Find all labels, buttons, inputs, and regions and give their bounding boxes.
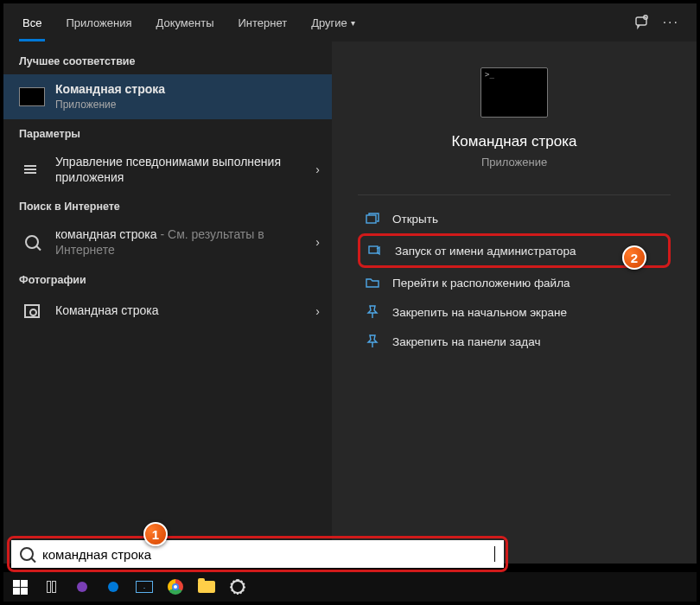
admin-icon (367, 244, 383, 258)
taskbar-app-1[interactable] (71, 576, 93, 598)
annotation-badge-2: 2 (622, 245, 646, 270)
taskbar-settings[interactable] (226, 576, 249, 598)
result-title: Командная строка (55, 81, 320, 97)
cmd-icon (19, 87, 45, 106)
tab-all[interactable]: Все (10, 3, 54, 41)
section-settings: Параметры (3, 119, 332, 147)
chevron-right-icon: › (315, 162, 320, 176)
more-icon[interactable]: ··· (663, 15, 679, 30)
preview-subtitle: Приложение (481, 156, 547, 169)
open-icon (365, 212, 380, 226)
results-column: Лучшее соответствие Командная строка При… (3, 41, 332, 564)
circle-icon (108, 582, 118, 592)
taskbar-explorer[interactable] (195, 576, 218, 598)
filter-tabs: Все Приложения Документы Интернет Другие… (3, 3, 697, 41)
chrome-icon (168, 579, 183, 595)
section-photos: Фотографии (3, 265, 332, 293)
tab-apps[interactable]: Приложения (54, 3, 143, 41)
search-icon (20, 547, 34, 561)
task-view-button[interactable] (40, 576, 62, 598)
svg-rect-3 (369, 246, 378, 253)
chevron-right-icon: › (315, 235, 320, 249)
svg-rect-2 (366, 215, 376, 223)
app-large-icon (480, 67, 548, 118)
action-pin-start[interactable]: Закрепить на начальном экране (358, 297, 671, 327)
folder-icon (198, 581, 215, 593)
chevron-right-icon: › (315, 304, 320, 318)
taskbar-chrome[interactable] (164, 576, 187, 598)
task-view-icon (47, 581, 56, 593)
gear-icon (231, 580, 245, 594)
preview-pane: Командная строка Приложение Открыть Запу… (332, 41, 697, 564)
circle-icon (77, 582, 87, 592)
search-input[interactable] (42, 547, 494, 562)
search-icon (25, 235, 39, 249)
result-photo[interactable]: Командная строка › (3, 293, 332, 329)
tab-documents[interactable]: Документы (143, 3, 226, 41)
result-best-match[interactable]: Командная строка Приложение (3, 74, 332, 119)
folder-location-icon (365, 276, 380, 290)
windows-icon (13, 580, 28, 595)
search-panel: Все Приложения Документы Интернет Другие… (3, 3, 697, 564)
action-open-location[interactable]: Перейти к расположению файла (358, 268, 671, 297)
result-alias-setting[interactable]: Управление псевдонимами выполнения прило… (3, 147, 332, 192)
mail-icon (136, 581, 153, 593)
annotation-badge-1: 1 (143, 522, 168, 546)
action-open[interactable]: Открыть (358, 204, 671, 233)
result-subtitle: Приложение (55, 99, 320, 112)
chevron-down-icon: ▾ (351, 18, 355, 28)
taskbar-mail[interactable] (133, 576, 156, 598)
pin-start-icon (365, 305, 380, 319)
pin-taskbar-icon (365, 334, 380, 348)
tab-more[interactable]: Другие▾ (299, 3, 367, 41)
search-box-callout (7, 536, 508, 572)
photo-icon (24, 304, 40, 318)
taskbar (3, 572, 697, 602)
start-button[interactable] (9, 576, 31, 598)
tab-web[interactable]: Интернет (226, 3, 299, 41)
taskbar-app-2[interactable] (102, 576, 124, 598)
result-web-search[interactable]: командная строка - См. результаты в Инте… (3, 220, 332, 264)
divider (358, 194, 671, 195)
text-caret (494, 546, 495, 562)
action-pin-taskbar[interactable]: Закрепить на панели задач (358, 327, 671, 356)
preview-title: Командная строка (451, 133, 576, 150)
settings-list-icon (24, 163, 40, 175)
section-best-match: Лучшее соответствие (3, 47, 332, 74)
section-web-search: Поиск в Интернете (3, 192, 332, 220)
feedback-icon[interactable] (633, 14, 651, 31)
